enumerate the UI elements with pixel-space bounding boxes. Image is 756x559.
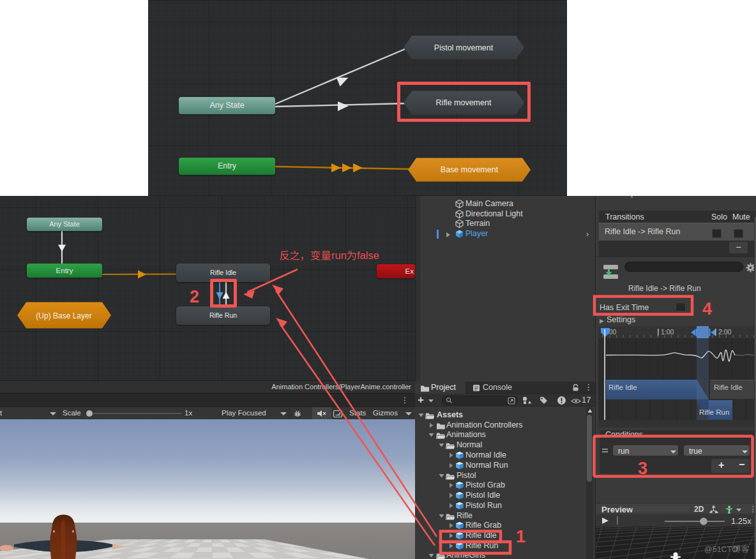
svg-text:(Up) Base Layer: (Up) Base Layer — [36, 311, 91, 320]
svg-text:Pistol movement: Pistol movement — [434, 43, 494, 52]
svg-text:Rifle Idle: Rifle Idle — [714, 384, 743, 391]
svg-text:Rifle Idle: Rifle Idle — [609, 384, 637, 391]
svg-text:2:00: 2:00 — [718, 328, 732, 336]
svg-text:Rifle Run: Rifle Run — [699, 408, 729, 416]
svg-text:1:00: 1:00 — [661, 328, 674, 336]
svg-text:Base movement: Base movement — [441, 165, 499, 174]
